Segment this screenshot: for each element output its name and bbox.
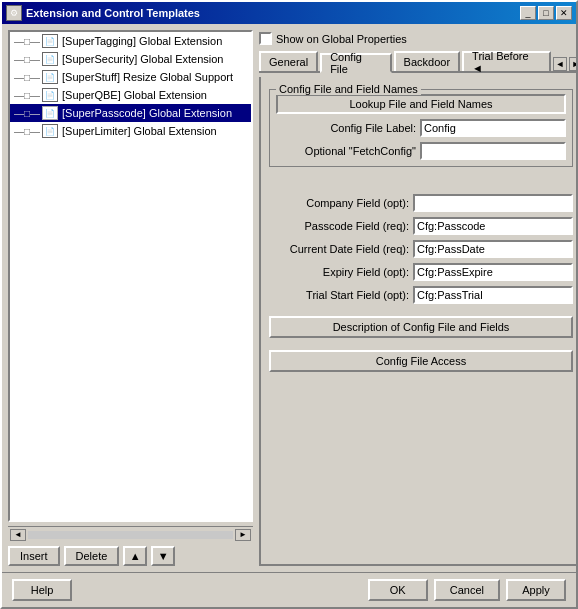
help-button[interactable]: Help bbox=[12, 579, 72, 601]
tab-backdoor-label: Backdoor bbox=[404, 56, 450, 68]
title-bar-left: ⚙ Extension and Control Templates bbox=[6, 5, 200, 21]
cancel-label: Cancel bbox=[450, 584, 484, 596]
trial-start-field-label: Trial Start Field (opt): bbox=[269, 289, 409, 301]
help-label: Help bbox=[31, 584, 54, 596]
expiry-field-input[interactable] bbox=[413, 263, 573, 281]
company-field-row: Company Field (opt): bbox=[269, 194, 573, 212]
tab-trial-before[interactable]: Trial Before ◄ bbox=[462, 51, 551, 71]
current-date-field-label: Current Date Field (req): bbox=[269, 243, 409, 255]
tree-scrollbar[interactable]: ◄ ► bbox=[8, 526, 253, 542]
left-panel-buttons: Insert Delete ▲ ▼ bbox=[8, 546, 253, 566]
fetch-config-label: Optional "FetchConfig" bbox=[276, 145, 416, 157]
current-date-field-input[interactable] bbox=[413, 240, 573, 258]
tree-item-5[interactable]: —□— 📄 [SuperLimiter] Global Extension bbox=[10, 122, 251, 140]
fetch-config-input[interactable] bbox=[420, 142, 566, 160]
config-file-group: Config File and Field Names Lookup File … bbox=[269, 89, 573, 167]
tree-item-label-3: [SuperQBE] Global Extension bbox=[62, 89, 207, 101]
passcode-field-input[interactable] bbox=[413, 217, 573, 235]
spacer-1 bbox=[269, 175, 573, 181]
scroll-right-btn[interactable]: ► bbox=[235, 529, 251, 541]
config-label-label: Config File Label: bbox=[276, 122, 416, 134]
tab-nav-buttons: ◄ ► bbox=[553, 57, 576, 71]
main-window: ⚙ Extension and Control Templates _ □ ✕ … bbox=[0, 0, 578, 609]
trial-start-field-row: Trial Start Field (opt): bbox=[269, 286, 573, 304]
minimize-button[interactable]: _ bbox=[520, 6, 536, 20]
tree-item-label-1: [SuperSecurity] Global Extension bbox=[62, 53, 223, 65]
apply-label: Apply bbox=[522, 584, 550, 596]
apply-button[interactable]: Apply bbox=[506, 579, 566, 601]
tree-item-3[interactable]: —□— 📄 [SuperQBE] Global Extension bbox=[10, 86, 251, 104]
tab-trial-before-label: Trial Before ◄ bbox=[472, 50, 541, 74]
tree-item-0[interactable]: —□— 📄 [SuperTagging] Global Extension bbox=[10, 32, 251, 50]
expiry-field-row: Expiry Field (opt): bbox=[269, 263, 573, 281]
close-button[interactable]: ✕ bbox=[556, 6, 572, 20]
title-buttons: _ □ ✕ bbox=[520, 6, 572, 20]
tree-item-1[interactable]: —□— 📄 [SuperSecurity] Global Extension bbox=[10, 50, 251, 68]
config-label-row: Config File Label: bbox=[276, 119, 566, 137]
scroll-track[interactable] bbox=[28, 531, 233, 539]
title-bar: ⚙ Extension and Control Templates _ □ ✕ bbox=[2, 2, 576, 24]
scroll-left-btn[interactable]: ◄ bbox=[10, 529, 26, 541]
company-field-input[interactable] bbox=[413, 194, 573, 212]
tree-item-icon-5: 📄 bbox=[42, 124, 58, 138]
delete-button[interactable]: Delete bbox=[64, 546, 120, 566]
tree-item-label-4: [SuperPasscode] Global Extension bbox=[62, 107, 232, 119]
tab-nav-left[interactable]: ◄ bbox=[553, 57, 567, 71]
right-panel: Show on Global Properties General Config… bbox=[259, 30, 576, 566]
fields-section: Company Field (opt): Passcode Field (req… bbox=[269, 189, 573, 304]
bottom-right-buttons: OK Cancel Apply bbox=[368, 579, 566, 601]
tree-item-icon-4: 📄 bbox=[42, 106, 58, 120]
window-icon: ⚙ bbox=[6, 5, 22, 21]
tree-item-label-0: [SuperTagging] Global Extension bbox=[62, 35, 222, 47]
tree-item-2[interactable]: —□— 📄 [SuperStuff] Resize Global Support bbox=[10, 68, 251, 86]
show-on-global-label: Show on Global Properties bbox=[276, 33, 407, 45]
left-panel: —□— 📄 [SuperTagging] Global Extension —□… bbox=[8, 30, 253, 566]
tree-container[interactable]: —□— 📄 [SuperTagging] Global Extension —□… bbox=[8, 30, 253, 522]
tree-item-4[interactable]: —□— 📄 [SuperPasscode] Global Extension bbox=[10, 104, 251, 122]
lookup-button[interactable]: Lookup File and Field Names bbox=[276, 94, 566, 114]
tab-config-file-label: Config File bbox=[330, 51, 381, 75]
ok-label: OK bbox=[390, 584, 406, 596]
access-button[interactable]: Config File Access bbox=[269, 350, 573, 372]
window-content: —□— 📄 [SuperTagging] Global Extension —□… bbox=[2, 24, 576, 572]
tab-backdoor[interactable]: Backdoor bbox=[394, 51, 460, 71]
company-field-label: Company Field (opt): bbox=[269, 197, 409, 209]
show-on-global-checkbox[interactable] bbox=[259, 32, 272, 45]
passcode-field-label: Passcode Field (req): bbox=[269, 220, 409, 232]
passcode-field-row: Passcode Field (req): bbox=[269, 217, 573, 235]
tab-nav-right[interactable]: ► bbox=[569, 57, 576, 71]
insert-button[interactable]: Insert bbox=[8, 546, 60, 566]
tree-item-icon-2: 📄 bbox=[42, 70, 58, 84]
tab-general-label: General bbox=[269, 56, 308, 68]
config-label-input[interactable] bbox=[420, 119, 566, 137]
tree-item-label-5: [SuperLimiter] Global Extension bbox=[62, 125, 217, 137]
tab-content: Config File and Field Names Lookup File … bbox=[259, 77, 576, 566]
bottom-bar: Help OK Cancel Apply bbox=[2, 572, 576, 607]
tab-config-file[interactable]: Config File bbox=[320, 53, 391, 73]
current-date-field-row: Current Date Field (req): bbox=[269, 240, 573, 258]
window-title: Extension and Control Templates bbox=[26, 7, 200, 19]
description-button[interactable]: Description of Config File and Fields bbox=[269, 316, 573, 338]
trial-start-field-input[interactable] bbox=[413, 286, 573, 304]
tree-item-icon-1: 📄 bbox=[42, 52, 58, 66]
ok-button[interactable]: OK bbox=[368, 579, 428, 601]
show-on-global-row: Show on Global Properties bbox=[259, 30, 576, 47]
tab-general[interactable]: General bbox=[259, 51, 318, 71]
tree-item-label-2: [SuperStuff] Resize Global Support bbox=[62, 71, 233, 83]
maximize-button[interactable]: □ bbox=[538, 6, 554, 20]
move-down-button[interactable]: ▼ bbox=[151, 546, 175, 566]
fetch-config-row: Optional "FetchConfig" bbox=[276, 142, 566, 160]
tree-item-icon-0: 📄 bbox=[42, 34, 58, 48]
group-box-title: Config File and Field Names bbox=[276, 83, 421, 95]
cancel-button[interactable]: Cancel bbox=[434, 579, 500, 601]
move-up-button[interactable]: ▲ bbox=[123, 546, 147, 566]
tabs-bar: General Config File Backdoor Trial Befor… bbox=[259, 51, 576, 73]
expiry-field-label: Expiry Field (opt): bbox=[269, 266, 409, 278]
tree-item-icon-3: 📄 bbox=[42, 88, 58, 102]
